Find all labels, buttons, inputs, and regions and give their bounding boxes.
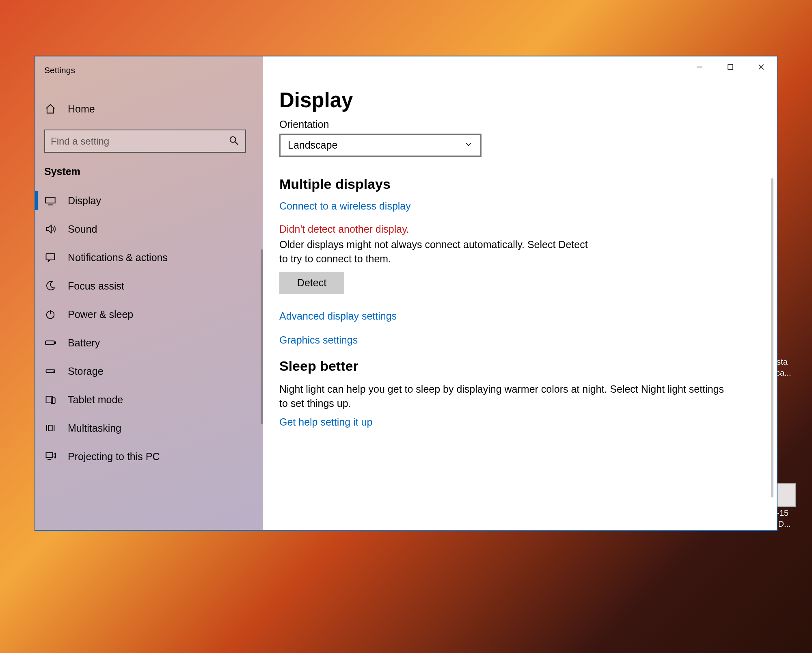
settings-window: Settings Home System Display [35, 56, 777, 531]
search-icon [228, 135, 240, 148]
detect-button[interactable]: Detect [279, 272, 344, 294]
sidebar-item-battery[interactable]: Battery [35, 329, 263, 357]
search-box[interactable] [44, 130, 246, 153]
tablet-mode-icon [44, 394, 56, 406]
sound-icon [44, 223, 56, 235]
sidebar-item-label: Storage [68, 365, 104, 377]
connect-wireless-link[interactable]: Connect to a wireless display [279, 200, 411, 212]
window-controls [684, 56, 777, 78]
svg-rect-4 [46, 254, 55, 260]
chevron-down-icon [464, 139, 473, 151]
svg-rect-16 [46, 453, 53, 458]
svg-rect-11 [46, 396, 53, 403]
detect-error-text: Didn't detect another display. [279, 223, 748, 235]
sidebar: Settings Home System Display [35, 56, 263, 530]
detect-help-text: Older displays might not always connect … [279, 238, 588, 266]
graphics-settings-link[interactable]: Graphics settings [279, 334, 748, 346]
home-label: Home [68, 103, 95, 115]
sidebar-item-label: Tablet mode [68, 394, 123, 406]
svg-point-0 [230, 136, 236, 142]
app-title: Settings [35, 65, 263, 75]
sidebar-item-label: Focus assist [68, 280, 124, 292]
sidebar-item-sound[interactable]: Sound [35, 215, 263, 243]
sleep-better-heading: Sleep better [279, 358, 748, 374]
power-icon [44, 308, 56, 320]
sidebar-nav: Display Sound Notifications & actions Fo… [35, 186, 263, 471]
sleep-help-link[interactable]: Get help setting it up [279, 416, 372, 428]
battery-icon [44, 337, 56, 349]
category-label: System [35, 154, 263, 183]
content-scrollbar[interactable] [771, 178, 773, 497]
multitasking-icon [44, 422, 56, 434]
page-title: Display [279, 88, 748, 112]
sidebar-item-label: Battery [68, 337, 100, 349]
sidebar-item-label: Sound [68, 223, 97, 235]
sidebar-item-label: Display [68, 195, 101, 207]
focus-assist-icon [44, 280, 56, 292]
sidebar-item-label: Power & sleep [68, 309, 133, 320]
sidebar-item-label: Multitasking [68, 422, 121, 434]
svg-rect-2 [45, 197, 55, 203]
display-icon [44, 195, 56, 207]
orientation-label: Orientation [279, 119, 748, 130]
sidebar-item-power-sleep[interactable]: Power & sleep [35, 300, 263, 329]
sidebar-item-notifications[interactable]: Notifications & actions [35, 243, 263, 272]
projecting-icon [44, 450, 56, 463]
sidebar-item-projecting[interactable]: Projecting to this PC [35, 442, 263, 471]
content-pane: Display Orientation Landscape Multiple d… [263, 56, 777, 530]
sidebar-item-label: Projecting to this PC [68, 451, 160, 463]
home-icon [44, 103, 56, 115]
svg-point-10 [53, 371, 54, 372]
svg-rect-7 [45, 341, 54, 344]
sidebar-item-display[interactable]: Display [35, 186, 263, 215]
svg-rect-14 [48, 425, 52, 431]
sidebar-item-focus-assist[interactable]: Focus assist [35, 272, 263, 300]
orientation-dropdown[interactable]: Landscape [279, 134, 482, 157]
home-nav[interactable]: Home [35, 95, 263, 122]
sidebar-item-multitasking[interactable]: Multitasking [35, 414, 263, 442]
sidebar-item-tablet-mode[interactable]: Tablet mode [35, 385, 263, 414]
multiple-displays-heading: Multiple displays [279, 176, 748, 192]
close-button[interactable] [746, 56, 777, 78]
svg-rect-19 [728, 65, 733, 69]
storage-icon [44, 365, 56, 377]
maximize-button[interactable] [715, 56, 746, 78]
search-input[interactable] [51, 136, 228, 147]
minimize-button[interactable] [684, 56, 715, 78]
orientation-value: Landscape [288, 139, 337, 151]
sidebar-item-label: Notifications & actions [68, 252, 168, 264]
svg-rect-8 [55, 342, 56, 344]
notifications-icon [44, 251, 56, 264]
sidebar-item-storage[interactable]: Storage [35, 357, 263, 385]
sleep-better-body: Night light can help you get to sleep by… [279, 382, 726, 411]
svg-line-1 [235, 142, 238, 145]
advanced-display-link[interactable]: Advanced display settings [279, 310, 748, 322]
